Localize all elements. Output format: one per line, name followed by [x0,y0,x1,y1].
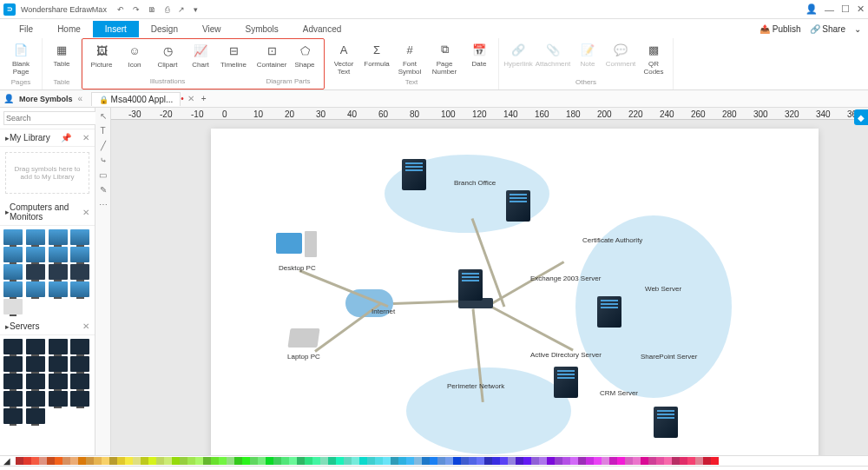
tab-file[interactable]: File [7,21,45,37]
symbol-server[interactable] [49,391,68,407]
comment-button[interactable]: 💬Comment [607,42,635,76]
symbol[interactable] [3,281,23,297]
note-button[interactable]: 📝Note [574,42,602,76]
tab-home[interactable]: Home [45,21,93,37]
tab-symbols[interactable]: Symbols [233,21,290,37]
symbol-server[interactable] [3,408,23,424]
hyperlink-button[interactable]: 🔗Hyperlink [504,42,532,76]
symbol-server[interactable] [49,356,68,372]
color-swatch[interactable] [414,457,422,465]
color-swatch[interactable] [578,457,586,465]
server-node[interactable] [402,159,426,190]
color-swatch[interactable] [242,457,250,465]
color-swatch[interactable] [55,457,62,465]
server-node[interactable] [458,269,483,301]
server-web[interactable] [654,407,678,438]
symbol-server[interactable] [49,339,68,354]
undo-icon[interactable]: ↶ [117,5,124,14]
minimize-icon[interactable]: — [825,4,834,15]
color-swatch[interactable] [180,457,187,465]
color-swatch[interactable] [672,457,680,465]
color-swatch[interactable] [594,457,602,465]
right-panel-toggle[interactable]: ◆ [854,109,868,125]
formula-button[interactable]: ΣFormula [363,42,391,76]
container-button[interactable]: ⊡Container [258,43,286,69]
export-icon[interactable]: ↗ [178,5,185,14]
publish-button[interactable]: 📤 Publish [760,24,801,34]
tool-text[interactable]: T [100,126,105,136]
clipart-button[interactable]: ◷Clipart [154,43,181,69]
save-icon[interactable]: 🗎 [148,5,156,14]
color-swatch[interactable] [23,457,31,465]
color-swatch[interactable] [78,457,86,465]
symbol-server[interactable] [3,391,23,407]
font-symbol-button[interactable]: #Font Symbol [396,42,424,76]
color-swatch[interactable] [570,457,578,465]
color-swatch[interactable] [539,457,547,465]
symbol-server[interactable] [26,339,45,354]
color-swatch[interactable] [148,457,156,465]
tool-rect[interactable]: ▭ [99,170,107,180]
color-swatch[interactable] [312,457,320,465]
color-swatch[interactable] [555,457,562,465]
tool-select[interactable]: ↖ [100,111,107,121]
color-swatch[interactable] [227,457,234,465]
color-swatch[interactable] [141,457,148,465]
color-swatch[interactable] [297,457,305,465]
color-swatch[interactable] [430,457,437,465]
share-button[interactable]: 🔗 Share [810,24,845,34]
color-swatch[interactable] [266,457,273,465]
vector-text-button[interactable]: AVector Text [330,42,358,76]
color-swatch[interactable] [562,457,570,465]
color-swatch[interactable] [172,457,180,465]
color-swatch[interactable] [484,457,492,465]
symbol-server[interactable] [3,339,23,354]
maximize-icon[interactable]: ☐ [841,3,850,15]
color-swatch[interactable] [523,457,531,465]
color-swatch[interactable] [641,457,648,465]
color-swatch[interactable] [617,457,625,465]
symbol[interactable] [70,281,89,297]
cloud-perimeter[interactable] [406,367,571,454]
color-swatch[interactable] [406,457,414,465]
color-swatch[interactable] [453,457,461,465]
color-swatch[interactable] [461,457,469,465]
collapse-icon[interactable]: « [78,94,83,103]
color-swatch[interactable] [211,457,219,465]
symbol[interactable] [26,281,45,297]
picture-button[interactable]: 🖼Picture [88,43,115,69]
color-swatch[interactable] [477,457,484,465]
color-swatch[interactable] [47,457,55,465]
symbol-monitor[interactable] [26,229,45,245]
tower-node[interactable] [305,231,317,257]
color-swatch[interactable] [500,457,508,465]
color-swatch[interactable] [703,457,711,465]
symbol[interactable] [3,247,23,262]
tool-more[interactable]: ⋯ [99,200,108,209]
color-swatch[interactable] [133,457,141,465]
color-swatch[interactable] [469,457,477,465]
canvas[interactable]: Branch Office Desktop PC Laptop PC Inter… [111,120,868,455]
symbol-server[interactable] [70,356,89,372]
color-swatch[interactable] [687,457,695,465]
tool-connector[interactable]: ⤷ [100,156,107,165]
symbol[interactable] [26,264,45,280]
color-swatch[interactable] [375,457,383,465]
color-swatch[interactable] [125,457,133,465]
color-swatch[interactable] [234,457,242,465]
redo-icon[interactable]: ↷ [133,5,140,14]
color-swatch[interactable] [219,457,227,465]
symbol[interactable] [26,247,45,262]
color-swatch[interactable] [437,457,445,465]
page[interactable]: Branch Office Desktop PC Laptop PC Inter… [211,129,819,455]
symbol-server[interactable] [3,356,23,372]
color-swatch[interactable] [187,457,195,465]
symbol-laptop2[interactable] [70,229,89,245]
color-swatch[interactable] [422,457,430,465]
color-swatch[interactable] [281,457,289,465]
shape-button[interactable]: ⬠Shape [291,43,319,69]
server-cert[interactable] [597,296,621,328]
color-swatch[interactable] [250,457,258,465]
close-tab-icon[interactable]: ✕ [187,94,194,103]
color-swatch[interactable] [258,457,266,465]
